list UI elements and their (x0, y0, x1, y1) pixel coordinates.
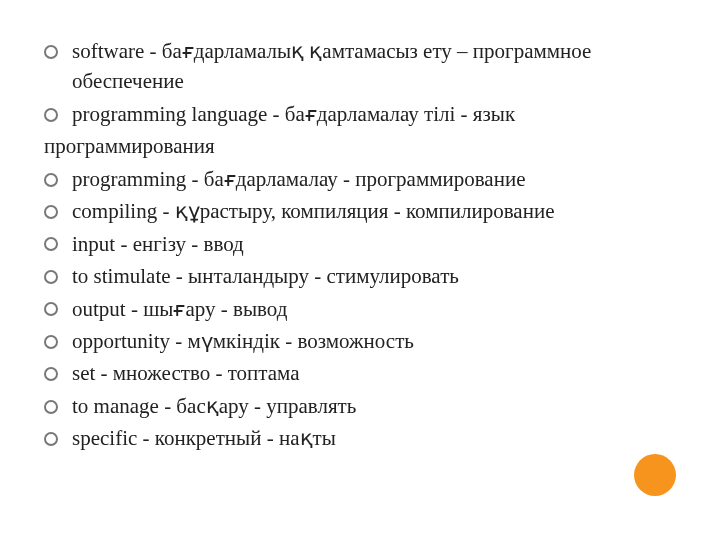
list-item-text: opportunity - мүмкіндік - возможность (72, 326, 676, 356)
accent-dot-icon (634, 454, 676, 496)
list-item-text: set - множество - топтама (72, 358, 676, 388)
list-item: opportunity - мүмкіндік - возможность (44, 326, 676, 356)
list-item: software - бағдарламалық қамтамасыз ету … (44, 36, 676, 97)
list-item-continuation: программирования (44, 131, 676, 161)
list-item: programming - бағдарламалау - программир… (44, 164, 676, 194)
list-item-text: input - енгізу - ввод (72, 229, 676, 259)
list-item: to stimulate - ынталандыру - стимулирова… (44, 261, 676, 291)
list-item-text: software - бағдарламалық қамтамасыз ету … (72, 36, 676, 97)
list-item-text: output - шығару - вывод (72, 294, 676, 324)
list-item-text: to stimulate - ынталандыру - стимулирова… (72, 261, 676, 291)
list-item: output - шығару - вывод (44, 294, 676, 324)
list-item: programming language - бағдарламалау тіл… (44, 99, 676, 129)
list-item: compiling - құрастыру, компиляция - комп… (44, 196, 676, 226)
list-item-text: specific - конкретный - нақты (72, 423, 676, 453)
list-item: to manage - басқару - управлять (44, 391, 676, 421)
slide: software - бағдарламалық қамтамасыз ету … (0, 0, 720, 540)
list-item-text: compiling - құрастыру, компиляция - комп… (72, 196, 676, 226)
glossary-list: software - бағдарламалық қамтамасыз ету … (44, 36, 676, 454)
list-item-text: programming - бағдарламалау - программир… (72, 164, 676, 194)
list-item-text: to manage - басқару - управлять (72, 391, 676, 421)
list-item: input - енгізу - ввод (44, 229, 676, 259)
list-item: specific - конкретный - нақты (44, 423, 676, 453)
list-item: set - множество - топтама (44, 358, 676, 388)
list-item-text: programming language - бағдарламалау тіл… (72, 99, 676, 129)
